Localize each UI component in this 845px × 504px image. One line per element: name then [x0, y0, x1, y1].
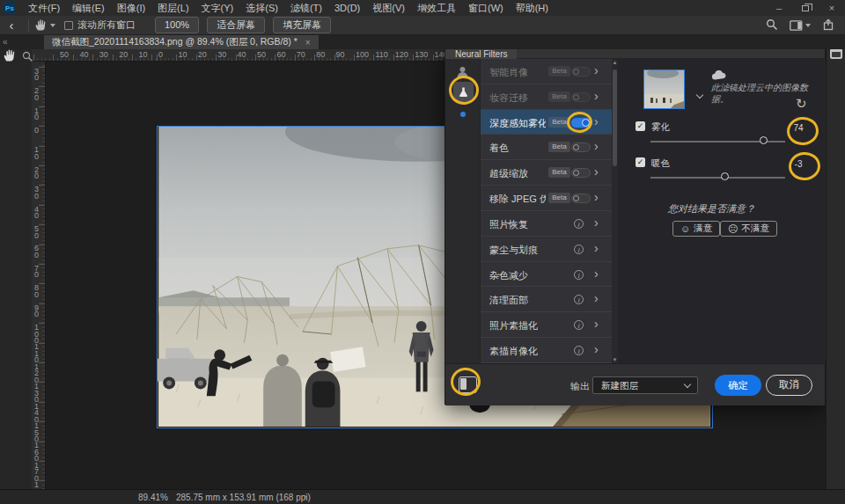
chevron-right-icon[interactable]: › [594, 241, 599, 255]
menu-item-11[interactable]: 帮助(H) [510, 0, 555, 16]
chevron-right-icon[interactable]: › [594, 215, 599, 230]
chevron-right-icon[interactable]: › [594, 164, 599, 179]
filter-list-scrollbar[interactable]: ▲ ▼ [612, 59, 618, 363]
scroll-all-windows-checkbox[interactable] [64, 21, 73, 30]
back-icon[interactable]: ‹ [0, 17, 23, 34]
scrollbar-thumb[interactable] [613, 69, 617, 166]
menu-item-8[interactable]: 视图(V) [366, 0, 411, 16]
menu-item-2[interactable]: 图像(I) [111, 0, 151, 16]
window-controls: – × [766, 0, 845, 16]
filter-row-5[interactable]: 移除 JPEG 伪...Beta› [481, 186, 612, 211]
info-icon[interactable]: i [574, 245, 584, 254]
feedback-question: 您对结果是否满意？ [668, 202, 755, 215]
chevron-right-icon[interactable]: › [594, 317, 599, 331]
filter-toggle[interactable] [571, 67, 591, 77]
smiley-icon: ☺ [680, 223, 690, 234]
fog-checkbox[interactable]: ✓ [636, 121, 645, 131]
info-icon[interactable]: i [574, 270, 584, 280]
info-icon[interactable]: i [574, 346, 584, 355]
fog-slider-knob[interactable] [760, 136, 768, 144]
filter-row-11[interactable]: 素描肖像化i› [481, 338, 612, 363]
chevron-right-icon[interactable]: › [594, 63, 599, 77]
filter-row-1[interactable]: 妆容迁移Beta› [481, 84, 612, 110]
filter-row-8[interactable]: 杂色减少i› [481, 262, 612, 288]
zoom-100-button[interactable]: 100% [155, 17, 199, 33]
menu-item-3[interactable]: 图层(L) [151, 0, 195, 16]
ok-button[interactable]: 确定 [715, 375, 761, 396]
close-icon[interactable]: × [819, 0, 845, 16]
chevron-right-icon[interactable]: › [594, 114, 599, 128]
menu-item-1[interactable]: 编辑(E) [66, 0, 111, 16]
menu-item-7[interactable]: 3D(D) [328, 0, 366, 16]
not-satisfied-button[interactable]: ☹ 不满意 [720, 221, 777, 237]
preview-thumbnail[interactable] [643, 69, 685, 109]
warmth-slider-track[interactable] [650, 177, 785, 179]
status-zoom-field[interactable]: 89.41% [138, 493, 168, 502]
hruler-label: 100 [356, 50, 369, 59]
chevron-right-icon[interactable]: › [594, 267, 599, 281]
filter-row-10[interactable]: 照片素描化i› [481, 312, 612, 338]
vruler-label: 9 0 [34, 305, 39, 318]
vruler-label: 1 0 0 [34, 325, 39, 345]
hand-tool-icon[interactable] [3, 48, 17, 66]
tab-close-icon[interactable]: × [305, 38, 311, 47]
cancel-button[interactable]: 取消 [766, 375, 812, 396]
filter-label: 素描肖像化 [489, 345, 538, 358]
reset-icon[interactable]: ↺ [796, 96, 807, 112]
vruler-label: 4 0 [34, 207, 39, 220]
satisfied-button[interactable]: ☺ 满意 [672, 221, 720, 237]
search-icon[interactable] [766, 18, 778, 33]
filter-toggle[interactable] [571, 194, 591, 203]
scroll-down-icon[interactable]: ▼ [612, 357, 618, 362]
restore-icon[interactable] [792, 0, 819, 16]
hand-tool-icon[interactable] [34, 18, 55, 32]
filter-row-6[interactable]: 照片恢复i› [481, 211, 612, 237]
filter-toggle[interactable] [571, 142, 591, 152]
warmth-checkbox[interactable]: ✓ [636, 157, 645, 167]
tab-collapse-icon[interactable]: « [3, 35, 8, 49]
filter-row-4[interactable]: 超级缩放Beta› [481, 160, 612, 186]
minimize-icon[interactable]: – [766, 0, 792, 16]
filter-row-3[interactable]: 着色Beta› [481, 135, 612, 160]
vruler-label: 8 0 [34, 285, 39, 298]
filter-row-9[interactable]: 清理面部i› [481, 287, 612, 312]
filter-toggle[interactable] [571, 168, 591, 178]
status-expander-icon[interactable]: › [304, 492, 306, 501]
share-icon[interactable] [822, 18, 834, 33]
thumbnail-chevron-icon[interactable] [697, 85, 702, 101]
output-select[interactable]: 新建图层 [592, 376, 698, 394]
document-tab[interactable]: 微信截图_20201114163834.png @ 89.4% (图层 0, R… [44, 35, 319, 49]
chevron-right-icon[interactable]: › [594, 291, 599, 305]
hruler-label: 10 [139, 50, 148, 59]
filter-label: 超级缩放 [489, 167, 528, 180]
filter-label: 蒙尘与划痕 [489, 244, 538, 257]
menu-item-5[interactable]: 选择(S) [239, 0, 284, 16]
chevron-right-icon[interactable]: › [594, 89, 599, 103]
scroll-up-icon[interactable]: ▲ [612, 60, 618, 65]
filter-row-0[interactable]: 智能肖像Beta› [481, 59, 612, 84]
menu-item-6[interactable]: 滤镜(T) [284, 0, 328, 16]
menu-item-0[interactable]: 文件(F) [22, 0, 66, 16]
filter-row-7[interactable]: 蒙尘与划痕i› [481, 237, 612, 262]
chevron-right-icon[interactable]: › [594, 342, 599, 356]
filter-list: 智能肖像Beta›妆容迁移Beta›深度感知雾化Beta›着色Beta›超级缩放… [481, 59, 612, 363]
filter-label: 智能肖像 [489, 66, 528, 79]
fill-screen-button[interactable]: 填充屏幕 [273, 17, 331, 33]
menu-item-9[interactable]: 增效工具 [411, 0, 462, 16]
left-tool-strip [0, 49, 32, 489]
menu-item-10[interactable]: 窗口(W) [462, 0, 510, 16]
hruler-label: 10 [178, 50, 187, 59]
workspace-icon[interactable] [790, 20, 811, 31]
warmth-slider-knob[interactable] [721, 172, 729, 180]
info-icon[interactable]: i [574, 295, 584, 304]
fit-screen-button[interactable]: 适合屏幕 [207, 17, 265, 33]
zoom-tool-icon[interactable] [22, 50, 33, 66]
info-icon[interactable]: i [574, 320, 584, 330]
chevron-right-icon[interactable]: › [594, 190, 599, 204]
library-panel-icon[interactable] [830, 48, 842, 59]
menu-item-4[interactable]: 文字(Y) [195, 0, 240, 16]
vruler-label: 1 0 [34, 108, 39, 121]
info-icon[interactable]: i [574, 219, 584, 229]
chevron-right-icon[interactable]: › [594, 139, 599, 153]
filter-toggle[interactable] [571, 92, 591, 102]
